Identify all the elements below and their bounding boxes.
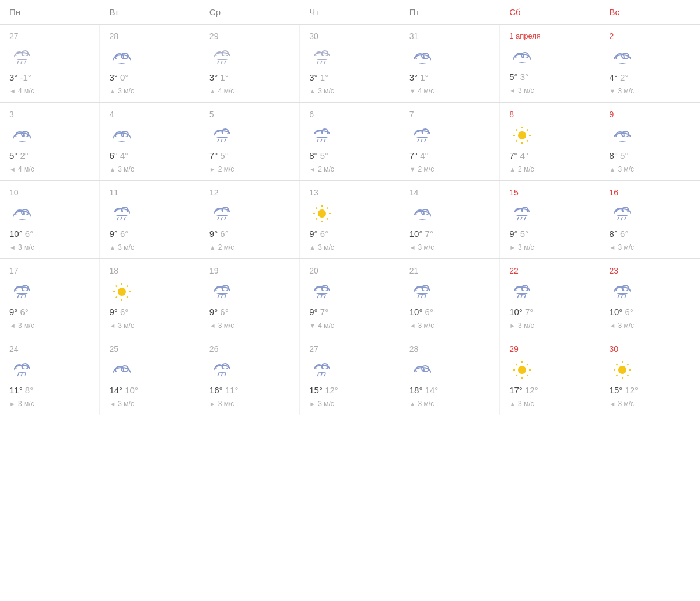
wind-speed: 4 м/с [18,165,34,173]
svg-line-211 [527,364,528,365]
day-cell-23[interactable]: 23 10° 6°◄3 м/с [600,259,700,337]
day-cell-17[interactable]: 17 9° 6°◄3 м/с [0,259,100,337]
svg-line-95 [221,217,222,220]
temp-low: 12° [323,385,338,395]
temp-high: 3° [209,72,218,82]
wind-speed: 3 м/с [218,400,235,408]
day-cell-28[interactable]: 28 3° 0°▲3 м/с [100,25,200,102]
day-cell-10[interactable]: 10 10° 6°◄3 м/с [0,181,100,258]
temp-low: 2° [618,72,629,82]
wind-arrow: ► [509,244,516,251]
day-cell-14[interactable]: 14 10° 7°◄3 м/с [400,181,500,258]
wind-arrow: ▼ [309,322,316,329]
svg-rect-157 [415,291,430,293]
day-cell-13[interactable]: 13 9° 6°▲3 м/с [300,181,400,258]
wind-arrow: ▲ [509,400,516,407]
day-cell-19[interactable]: 19 9° 6°◄3 м/с [200,259,300,337]
day-cell-15[interactable]: 15 9° 5°►3 м/с [500,181,600,258]
day-cell-2[interactable]: 2 4° 2°▼3 м/с [600,25,700,102]
weather-icon-sun [509,126,535,145]
temperature: 9° 6° [109,229,190,239]
day-cell-11[interactable]: 11 9° 6°▲3 м/с [100,181,200,258]
svg-line-50 [221,139,222,142]
svg-rect-62 [415,134,430,137]
day-cell-24[interactable]: 24 11° 8°►3 м/с [0,337,100,415]
day-number: 29 [509,344,590,354]
svg-rect-109 [414,215,430,219]
temp-high: 5° [9,151,18,160]
wind-speed: 3 м/с [618,87,634,95]
temp-high: 15° [309,385,323,395]
temperature: 9° 6° [209,229,290,239]
wind-arrow: ▲ [309,88,316,95]
svg-line-198 [321,373,322,376]
day-number: 6 [309,110,390,119]
day-cell-28[interactable]: 28 18° 14°▲3 м/с [400,337,500,415]
day-cell-21[interactable]: 21 10° 6°◄3 м/с [400,259,500,337]
day-cell-25[interactable]: 25 14° 10°◄3 м/с [100,337,200,415]
svg-rect-150 [314,291,330,293]
wind-arrow: ◄ [109,322,116,329]
temp-high: 8° [610,229,618,239]
weather-icon-cloud [109,361,135,379]
svg-line-192 [225,373,226,376]
day-cell-30[interactable]: 30 15° 12°◄3 м/с [600,337,700,415]
day-cell-18[interactable]: 18 9° 6°◄3 м/с [100,259,200,337]
day-cell-5[interactable]: 5 7° 5°►2 м/с [200,103,300,180]
day-cell-30[interactable]: 30 3° 1°▲3 м/с [300,25,400,102]
wind-info: ▲2 м/с [509,165,590,173]
wind-info: ▲3 м/с [309,243,390,251]
day-cell-9[interactable]: 9 8° 5°▲3 м/с [600,103,700,180]
wind-info: ◄3 м/с [9,322,90,330]
svg-line-121 [618,217,619,220]
day-cell-27[interactable]: 27 3° -1°◄4 м/с [0,25,100,102]
temp-high: 9° [309,229,317,239]
svg-rect-178 [15,369,30,372]
day-cell-4[interactable]: 4 6° 4°▲3 м/с [100,103,200,180]
svg-line-15 [218,61,219,64]
temp-low: 4° [517,151,528,160]
day-number: 28 [109,32,190,41]
svg-rect-113 [514,212,530,215]
svg-line-221 [616,375,617,376]
temp-high: 18° [410,385,423,395]
svg-line-56 [317,139,318,142]
wind-info: ▲3 м/с [610,165,691,173]
temp-low: 12° [523,385,538,395]
temp-low: 5° [618,151,629,160]
wind-arrow: ▲ [109,88,116,95]
svg-line-137 [127,296,128,298]
day-cell-12[interactable]: 12 9° 6°▲2 м/с [200,181,300,258]
temperature: 10° 7° [509,307,590,317]
wind-speed: 2 м/с [418,165,435,173]
day-cell-26[interactable]: 26 16° 11°►3 м/с [200,337,300,415]
day-cell-8[interactable]: 8 7° 4°▲2 м/с [500,103,600,180]
svg-rect-78 [614,137,631,141]
svg-line-104 [327,208,328,209]
weather-icon-cloud-rain [209,204,235,223]
day-cell-20[interactable]: 20 9° 7°▼4 м/с [300,259,400,337]
day-cell-29[interactable]: 29 3° 1°▲4 м/с [200,25,300,102]
svg-line-158 [418,295,419,298]
temp-low: 7° [318,307,329,317]
day-cell-16[interactable]: 16 8° 6°◄3 м/с [600,181,700,258]
temp-high: 10° [509,307,523,317]
temp-low: 6° [422,307,433,317]
wind-arrow: ► [209,166,216,173]
day-cell-6[interactable]: 6 8° 5°◄2 м/с [300,103,400,180]
day-cell-27[interactable]: 27 15° 12°►3 м/с [300,337,400,415]
weather-icon-cloud-rain [309,282,335,301]
day-cell-22[interactable]: 22 10° 7°►3 м/с [500,259,600,337]
temperature: 8° 5° [610,151,691,160]
day-cell-7[interactable]: 7 7° 4°▼2 м/с [400,103,500,180]
temp-high: 9° [309,307,317,317]
svg-line-88 [121,217,122,220]
day-cell-3[interactable]: 3 5° 2°◄4 м/с [0,103,100,180]
wind-speed: 3 м/с [518,86,534,95]
day-cell-29[interactable]: 29 17° 12°▲3 м/с [500,337,600,415]
wind-info: ▼4 м/с [410,87,490,95]
temperature: 9° 6° [9,307,90,317]
svg-line-89 [124,217,125,220]
day-cell-1-апреля[interactable]: 1 апреля 5° 3°◄3 м/с [500,25,600,102]
day-cell-31[interactable]: 31 3° 1°▼4 м/с [400,25,500,102]
